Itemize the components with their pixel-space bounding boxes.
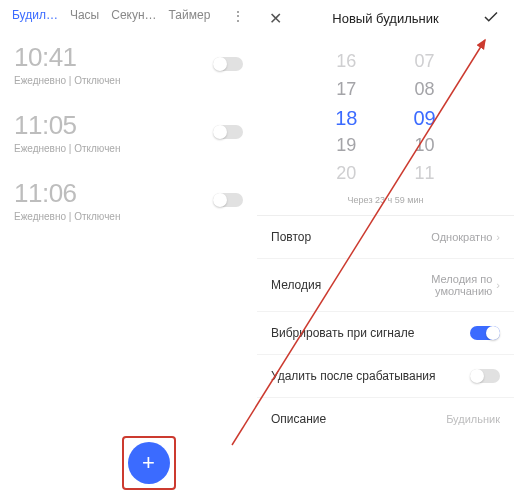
delete-after-toggle[interactable]	[470, 369, 500, 383]
row-description[interactable]: Описание Будильник	[257, 398, 514, 440]
picker-minute: 11	[415, 163, 435, 185]
picker-minute-selected: 09	[414, 107, 436, 129]
tab-timer[interactable]: Таймер	[169, 8, 211, 24]
picker-minute: 08	[415, 79, 435, 101]
picker-minute: 10	[415, 135, 435, 157]
confirm-icon[interactable]	[482, 8, 502, 29]
picker-hour: 17	[336, 79, 356, 101]
row-label: Описание	[271, 412, 326, 426]
time-picker[interactable]: 16 17 18 19 20 07 08 09 10 11	[257, 37, 514, 189]
page-title: Новый будильник	[289, 11, 482, 26]
close-icon[interactable]: ✕	[269, 9, 289, 28]
alarm-time: 11:06	[14, 178, 120, 209]
alarm-item[interactable]: 11:06 Ежедневно | Отключен	[14, 166, 243, 234]
alarm-toggle[interactable]	[213, 193, 243, 207]
more-icon[interactable]: ⋮	[231, 8, 245, 24]
row-melody[interactable]: Мелодия Мелодия по умолчанию›	[257, 259, 514, 312]
picker-hour: 19	[336, 135, 356, 157]
alarm-time: 11:05	[14, 110, 120, 141]
row-label: Удалить после срабатывания	[271, 369, 436, 383]
tab-alarms[interactable]: Будил…	[12, 8, 58, 24]
row-label: Вибрировать при сигнале	[271, 326, 414, 340]
alarm-time: 10:41	[14, 42, 120, 73]
alarm-sub: Ежедневно | Отключен	[14, 75, 120, 86]
alarm-toggle[interactable]	[213, 125, 243, 139]
picker-hour: 20	[336, 163, 356, 185]
row-label: Повтор	[271, 230, 311, 244]
row-value: Мелодия по умолчанию	[400, 273, 492, 297]
picker-hour: 16	[336, 51, 356, 73]
add-alarm-button[interactable]: +	[128, 442, 170, 484]
chevron-right-icon: ›	[496, 279, 500, 291]
tab-clock[interactable]: Часы	[70, 8, 99, 24]
add-highlight: +	[122, 436, 176, 490]
alarm-item[interactable]: 10:41 Ежедневно | Отключен	[14, 30, 243, 98]
time-until: Через 23 ч 59 мин	[257, 189, 514, 215]
row-value: Будильник	[446, 413, 500, 425]
alarm-toggle[interactable]	[213, 57, 243, 71]
row-vibrate: Вибрировать при сигнале	[257, 312, 514, 355]
alarm-sub: Ежедневно | Отключен	[14, 211, 120, 222]
vibrate-toggle[interactable]	[470, 326, 500, 340]
row-label: Мелодия	[271, 278, 321, 292]
row-delete-after: Удалить после срабатывания	[257, 355, 514, 398]
alarm-sub: Ежедневно | Отключен	[14, 143, 120, 154]
tab-stopwatch[interactable]: Секун…	[111, 8, 156, 24]
row-repeat[interactable]: Повтор Однократно›	[257, 216, 514, 259]
picker-hour-selected: 18	[335, 107, 357, 129]
picker-minute: 07	[415, 51, 435, 73]
row-value: Однократно	[431, 231, 492, 243]
alarm-item[interactable]: 11:05 Ежедневно | Отключен	[14, 98, 243, 166]
chevron-right-icon: ›	[496, 231, 500, 243]
